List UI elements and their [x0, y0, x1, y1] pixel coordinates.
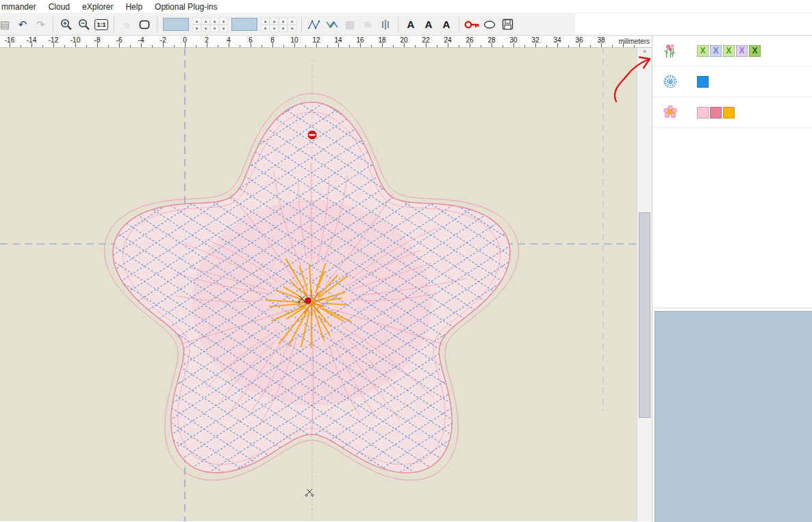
menu-item-optional-plugins[interactable]: Optional Plug-ins [149, 1, 223, 13]
menu-item-help[interactable]: Help [119, 1, 149, 13]
ruler-tick [240, 45, 240, 47]
monogram-button[interactable]: A [438, 16, 455, 33]
toolbar-separator-1 [53, 17, 53, 32]
ruler-tick-label: 20 [400, 36, 407, 44]
ruler-tick-label: 10 [290, 36, 298, 44]
width-adjust-arrows-down-button[interactable]: ▾ [192, 25, 201, 32]
length-adjust-arrows-down-button[interactable]: ▾ [279, 25, 288, 32]
rounded-shape-button[interactable] [136, 16, 153, 33]
ruler-tick-label: -8 [94, 36, 101, 44]
design-canvas[interactable] [0, 48, 637, 521]
ruler-tick [393, 45, 394, 47]
stitch-mode-button-1[interactable] [306, 16, 322, 33]
length-adjust-arrows-down-button[interactable]: ▾ [261, 25, 270, 32]
ruler-tick [262, 45, 262, 47]
toolbar-separator-5 [398, 17, 398, 32]
width-adjust-arrows-up-button[interactable]: ▴ [210, 17, 219, 25]
object-row-lattice[interactable] [652, 66, 812, 97]
zoom-in-button[interactable] [58, 16, 74, 33]
ruler-tick-label: 8 [270, 36, 275, 44]
vertical-scrollbar[interactable]: ^ [637, 48, 652, 521]
ellipse-tool-button[interactable] [481, 16, 498, 33]
object-row-flower-group[interactable]: XXXXX [652, 36, 812, 66]
length-adjust-arrows-down-button[interactable]: ▾ [288, 25, 296, 32]
color-chip[interactable]: X [749, 45, 761, 57]
small-lettering-button[interactable]: A [420, 16, 437, 33]
object-row-flower[interactable] [652, 97, 812, 128]
ruler-tick [86, 45, 87, 47]
length-adjust-arrows-up-button[interactable]: ▴ [261, 17, 270, 25]
menu-item-cloud[interactable]: Cloud [42, 1, 76, 13]
ruler-tick-label: 22 [422, 36, 429, 44]
width-adjust-arrows-down-button[interactable]: ▾ [219, 25, 228, 32]
ruler-tick-label: 26 [466, 36, 473, 44]
color-chip[interactable]: X [736, 45, 748, 57]
canvas-row: ^ [0, 48, 652, 521]
ruler-tick [612, 45, 613, 47]
ruler-tick [305, 45, 306, 47]
width-adjust-arrows-up-button[interactable]: ▴ [219, 17, 228, 25]
ruler-tick-label: -2 [160, 36, 166, 44]
flower-group-icon [661, 42, 679, 60]
embroidery-design [0, 48, 637, 521]
ruler-tick [349, 45, 350, 47]
brightness-button[interactable]: ☼ [118, 16, 135, 33]
color-chip[interactable] [697, 107, 709, 119]
object-row-flower-group-chips: XXXXX [697, 45, 761, 57]
length-adjust-arrows-up-button[interactable]: ▴ [288, 17, 296, 25]
menu-item-explorer[interactable]: eXplorer [76, 1, 119, 13]
object-list: XXXXX [652, 36, 812, 308]
wave-fill-button[interactable]: ≋ [359, 16, 376, 33]
color-chip[interactable] [697, 76, 709, 88]
stitch-width-select[interactable] [163, 18, 189, 31]
ruler-tick [481, 45, 481, 47]
length-adjust-arrows-up-button[interactable]: ▴ [279, 17, 288, 25]
zoom-1to1-button-label: 1:1 [94, 19, 108, 30]
ruler-tick [42, 45, 43, 47]
length-adjust-arrows: ▴▴▴▴▾▾▾▾ [261, 17, 296, 32]
width-adjust-arrows-up-button[interactable]: ▴ [201, 17, 210, 25]
width-adjust-arrows-down-button[interactable]: ▾ [201, 25, 210, 32]
scrollbar-thumb[interactable] [639, 212, 650, 418]
width-adjust-arrows-up-button[interactable]: ▴ [192, 17, 201, 25]
toolbar-separator-2 [114, 17, 114, 32]
ruler-tick [590, 45, 591, 47]
ruler-tick-label: -4 [138, 36, 144, 44]
app-window: mmanderCloudeXplorerHelpOptional Plug-in… [0, 0, 812, 522]
ruler-tick [503, 45, 503, 47]
density-button[interactable] [377, 16, 394, 33]
ruler-tick [437, 45, 437, 47]
color-chip[interactable] [723, 107, 735, 119]
ruler-tick [459, 45, 459, 47]
color-chip[interactable]: X [723, 45, 735, 57]
lettering-button[interactable]: A [403, 16, 419, 33]
ruler-tick [568, 45, 569, 47]
stitch-length-select[interactable] [231, 18, 257, 31]
scroll-up-button[interactable]: ^ [637, 49, 652, 57]
ruler-tick [108, 45, 109, 47]
length-adjust-arrows-down-button[interactable]: ▾ [270, 25, 279, 32]
ruler-tick [327, 45, 328, 47]
clipboard-button[interactable]: ▤ [0, 16, 13, 33]
length-adjust-arrows-up-button[interactable]: ▴ [270, 17, 279, 25]
zoom-out-button[interactable] [75, 16, 92, 33]
preview-panel [655, 311, 812, 522]
color-chip[interactable]: X [710, 45, 722, 57]
stitch-mode-button-2[interactable] [324, 16, 340, 33]
width-adjust-arrows: ▴▴▴▴▾▾▾▾ [192, 17, 228, 32]
ruler-tick-label: 36 [575, 36, 583, 44]
pattern-fill-button[interactable]: ▦ [342, 16, 358, 33]
zoom-1to1-button[interactable]: 1:1 [93, 16, 110, 33]
main-area: milimeters -16-14-12-10-8-6-4-2024681012… [0, 36, 812, 522]
color-chip[interactable] [710, 107, 722, 119]
undo-button[interactable]: ↶ [14, 16, 31, 33]
redo-button[interactable]: ↷ [32, 16, 49, 33]
menu-item-commander[interactable]: mmander [0, 1, 42, 13]
password-protect-button[interactable] [464, 16, 480, 33]
width-adjust-arrows-down-button[interactable]: ▾ [210, 25, 219, 32]
ruler-tick-label: 18 [378, 36, 385, 44]
ruler-tick [283, 45, 284, 47]
color-chip[interactable]: X [697, 45, 709, 57]
toolbar-separator-3 [157, 17, 157, 32]
save-button[interactable] [499, 16, 516, 33]
